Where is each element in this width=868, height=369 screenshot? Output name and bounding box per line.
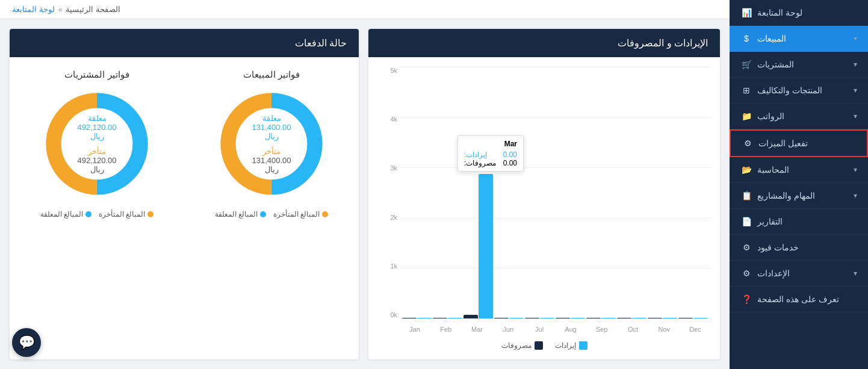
x-label-feb: Feb xyxy=(431,326,461,333)
sidebar-item-dashboard[interactable]: لوحة المتابعة 📊 xyxy=(730,0,868,26)
settings-label: الإعدادات xyxy=(757,268,790,278)
tasks-icon: 📋 xyxy=(740,191,752,200)
chevron-icon: ▾ xyxy=(854,60,857,69)
bar-jun-expense xyxy=(494,318,509,318)
legend-expense: مصروفات xyxy=(501,341,543,350)
sidebar-item-sales[interactable]: ▾ المبيعات $ xyxy=(730,26,868,52)
y-axis: 0k 1k 2k 3k 4k 5k xyxy=(378,67,397,318)
purchase-overdue-amount: 492,120.00 ريال xyxy=(70,156,124,174)
chevron-icon: ▾ xyxy=(854,166,857,174)
main-content: الصفحة الرئيسية » لوحة المتابعة الإيرادا… xyxy=(0,0,730,369)
help-icon: ❓ xyxy=(740,294,752,304)
breadcrumb: الصفحة الرئيسية » لوحة المتابعة xyxy=(0,0,730,19)
journal-icon: ⚙ xyxy=(740,243,752,252)
x-label-sep: Sep xyxy=(587,326,617,333)
purchase-overdue-label: متأخر xyxy=(70,147,124,156)
bar-sep-revenue xyxy=(601,318,616,318)
reports-icon: 📄 xyxy=(740,217,752,226)
bar-group-jun xyxy=(494,318,524,318)
x-label-nov: Nov xyxy=(649,326,679,333)
bar-group-dec xyxy=(678,318,708,318)
tooltip-revenue-value: 0.00 xyxy=(503,150,517,159)
breadcrumb-current[interactable]: لوحة المتابعة xyxy=(12,5,55,14)
sales-icon: $ xyxy=(740,34,752,43)
chevron-icon: ▾ xyxy=(854,112,857,120)
chat-button[interactable]: 💬 xyxy=(12,328,41,357)
sidebar-item-tasks[interactable]: ▾ المهام والمشاريع 📋 xyxy=(730,183,868,209)
sidebar-item-purchases[interactable]: ▾ المشتريات 🛒 xyxy=(730,52,868,78)
bars: Mar 0.00 إيرادات: 0.00 مصروفات: xyxy=(400,67,710,318)
bar-group-nov xyxy=(648,318,677,318)
y-label-0: 0k xyxy=(378,311,397,318)
products-label: المنتجات والتكاليف xyxy=(757,85,822,95)
sales-legend-pending-label: المبالغ المعلقة xyxy=(215,210,258,219)
purchase-legend-overdue-label: المبالغ المتأخرة xyxy=(99,210,145,219)
features-icon: ⚙ xyxy=(742,138,754,148)
sales-donut-legend: المبالغ المتأخرة المبالغ المعلقة xyxy=(215,210,329,219)
help-label: تعرف على هذه الصفحة xyxy=(757,294,839,304)
legend-expense-dot xyxy=(535,341,543,350)
bar-mar-expense xyxy=(463,315,478,318)
grid-line-0k xyxy=(400,318,710,319)
chevron-icon: ▾ xyxy=(854,191,857,200)
purchase-invoices-section: فواتير المشتريات معلقة 492,120.00 ريال م… xyxy=(10,57,184,359)
chevron-icon: ▾ xyxy=(854,269,857,278)
payroll-icon: 📁 xyxy=(740,111,752,121)
purchase-section-title: فواتير المشتريات xyxy=(64,69,129,80)
sales-section-title: فواتير المبيعات xyxy=(243,69,300,80)
products-icon: ⊞ xyxy=(740,85,752,95)
sales-pending-amount: 131,400.00 ريال xyxy=(244,123,299,141)
y-label-1: 1k xyxy=(378,262,397,270)
breadcrumb-home: الصفحة الرئيسية xyxy=(66,5,120,14)
bar-feb-expense xyxy=(433,318,447,318)
sidebar-item-help[interactable]: تعرف على هذه الصفحة ❓ xyxy=(730,287,868,312)
payment-card: حالة الدفعات فواتير المبيعات xyxy=(10,29,359,359)
chart-card: الإيرادات و المصروفات 0k 1k 2k 3k 4k 5k xyxy=(368,29,720,359)
bar-jul-revenue xyxy=(540,318,554,318)
sales-overdue-label: متأخر xyxy=(244,147,299,156)
bar-group-sep xyxy=(586,318,616,318)
chart-legend: إيرادات مصروفات xyxy=(378,341,710,350)
sidebar-item-accounting[interactable]: ▾ المحاسبة 📂 xyxy=(730,157,868,183)
sales-donut: معلقة 131,400.00 ريال متأخر 131,400.00 ر… xyxy=(217,90,326,198)
sidebar-item-reports[interactable]: التقارير 📄 xyxy=(730,209,868,235)
bar-nov-revenue xyxy=(663,318,677,318)
sales-legend-overdue: المبالغ المتأخرة xyxy=(273,210,328,219)
sidebar-item-products[interactable]: ▾ المنتجات والتكاليف ⊞ xyxy=(730,78,868,104)
sales-overdue-dot xyxy=(322,211,328,217)
sidebar-item-journal[interactable]: خدمات قيود ⚙ xyxy=(730,235,868,261)
legend-expense-label: مصروفات xyxy=(501,341,532,350)
x-label-oct: Oct xyxy=(618,326,648,333)
sidebar-item-settings[interactable]: ▾ الإعدادات ⚙ xyxy=(730,261,868,287)
sidebar-item-payroll[interactable]: ▾ الرواتب 📁 xyxy=(730,104,868,129)
x-label-mar: Mar xyxy=(462,326,492,333)
chart-title: الإيرادات و المصروفات xyxy=(618,38,708,48)
chevron-icon: ▾ xyxy=(854,86,857,95)
bar-group-feb xyxy=(433,318,462,318)
legend-revenue: إيرادات xyxy=(555,341,587,350)
payment-title: حالة الدفعات xyxy=(295,38,347,48)
purchases-icon: 🛒 xyxy=(740,60,752,69)
bar-sep-expense xyxy=(586,318,601,318)
tooltip-expense-row: 0.00 مصروفات: xyxy=(464,159,517,167)
bar-group-mar[interactable]: Mar 0.00 إيرادات: 0.00 مصروفات: xyxy=(463,174,493,318)
bar-jan-expense xyxy=(402,318,417,318)
sales-pending-label: معلقة xyxy=(244,114,299,123)
bar-jun-revenue xyxy=(509,318,524,318)
tasks-label: المهام والمشاريع xyxy=(757,191,815,200)
sidebar-item-features[interactable]: تفعيل الميزات ⚙ xyxy=(730,129,868,157)
sales-legend-overdue-label: المبالغ المتأخرة xyxy=(273,210,320,219)
payment-card-header: حالة الدفعات xyxy=(10,29,359,57)
sales-donut-center: معلقة 131,400.00 ريال متأخر 131,400.00 ر… xyxy=(244,114,299,174)
bar-mar-revenue xyxy=(479,174,493,318)
sales-legend-pending: المبالغ المعلقة xyxy=(215,210,266,219)
purchase-donut: معلقة 492,120.00 ريال متأخر 492,120.00 ر… xyxy=(43,90,151,198)
features-label: تفعيل الميزات xyxy=(758,138,808,148)
x-label-dec: Dec xyxy=(680,326,710,333)
bar-dec-revenue xyxy=(693,318,708,318)
chart-area: 0k 1k 2k 3k 4k 5k xyxy=(378,67,710,336)
chart-tooltip: Mar 0.00 إيرادات: 0.00 مصروفات: xyxy=(457,135,524,172)
tooltip-title: Mar xyxy=(464,140,517,148)
legend-revenue-label: إيرادات xyxy=(555,341,576,350)
bar-jan-revenue xyxy=(417,318,432,318)
